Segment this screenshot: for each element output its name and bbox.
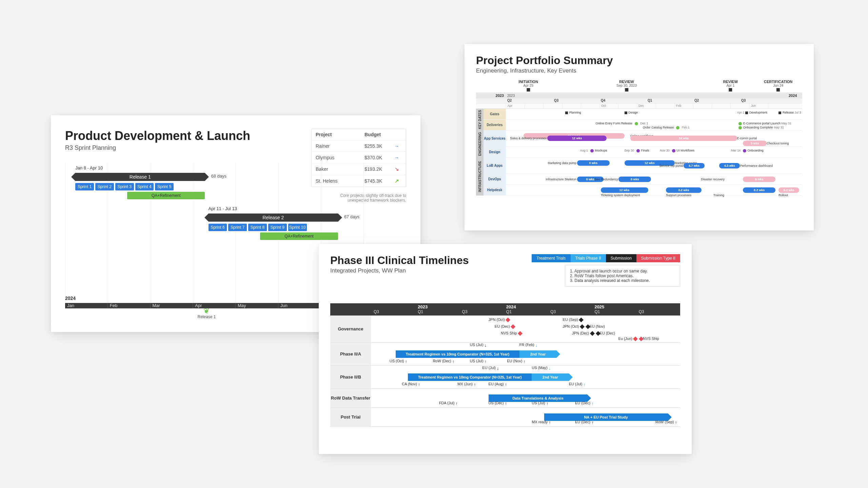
timeline-event: JPN (Oct) EU (Nov) [563,324,605,328]
arrow-icon: ↑ [505,382,507,387]
timeline-event: US (Jul)↓ [470,343,487,348]
trend-icon: → [392,155,402,160]
duration-bar: 5.2 wks [778,187,799,193]
section-tab: KEY DATES [476,109,484,130]
timeline-event: US (Dec)↑ [489,401,507,406]
delivery-item: Mar 14 Onboarding [731,149,764,152]
delivery-item: Aug 1 Mockups [580,149,607,152]
arrow-icon: ↑ [418,382,420,387]
gate-marker: CERTIFICATIONJun 24 [764,80,792,92]
cl-row: RoW Data Transfer Data Translations & An… [330,389,680,408]
sprint-chip: Sprint 9 [268,224,287,231]
bar-note: Disaster recovery [701,178,725,181]
diamond-icon [776,88,780,92]
bar-note: Marketing data pump [548,161,577,165]
timeline-event: Eu (Jun) NVS Ship [618,337,659,341]
arrow-icon: ↑ [485,359,487,364]
sprint-chip: Sprint 1 [75,183,94,190]
arrow-icon: ↑ [549,420,551,425]
pf-row: App Services 27.5 wksOnline workflows12 … [484,130,802,147]
section-tab: ENGINEERING [476,130,484,158]
pf-row: Helpdesk 12 wksTicketing system deployme… [484,185,802,196]
gate-marker: REVIEWApr 1 [723,80,738,92]
pf-row: Deliveries Online Entry Form Release Dec… [484,120,802,130]
timeline-event: EU (Nov)↑ [507,359,526,364]
bar-note: Infrastructure Skeleton [546,178,576,181]
diamond-icon [579,318,584,322]
bar-note: Checkout tuning [767,142,789,145]
diamond-icon [506,318,510,322]
gate-item: Design [625,111,638,114]
timeline-event: EU (Jul)↓ [482,366,499,371]
arrow-icon: ↑ [583,382,586,387]
delivery-item: Nov 30 UI Workflows [660,149,694,152]
bar-note: Rollout [778,194,788,197]
duration-bar: 5 wks [743,141,767,146]
legend-chip: Submission Type II [636,254,680,262]
timeline-event: EU (Dec) [495,324,515,328]
arrow-icon: ↓ [497,366,499,371]
arrow-icon: ↓ [535,343,538,348]
legend-chip: Trials Phase II [571,254,606,262]
trial-bar-yr2: 2nd Year [519,350,556,358]
cl-body: Q32023Q1Q32024Q1Q32025Q1Q3 Governance JP… [330,303,680,444]
arrow-icon: ↑ [505,401,507,406]
pf-row: Gates PlanningDesignApr 1 DevelopmentRel… [484,109,802,120]
diamond-icon [590,331,594,336]
timeline-event: FR (Feb)↓ [519,343,538,348]
cl-legend: Treatment TrialsTrials Phase IISubmissio… [532,254,680,262]
bar-note: Support processes [666,194,691,197]
pf-row: DevOps 6 wksInfrastructure Skeleton8 wks… [484,174,802,185]
sprint-chip: Sprint 2 [95,183,114,190]
diamond-icon [625,88,628,92]
sprint-chip: Sprint 10 [288,224,307,231]
delivery-item: Onboarding Complete May 31 [737,126,784,129]
diamond-icon [511,324,515,329]
duration-bar: 4.7 wks [684,163,704,168]
diamond-icon [729,88,732,92]
bar-note: E-comm portal [737,137,757,140]
delivery-item: Order Catalog Release Feb 1 [643,126,690,129]
cl-quarter-header: Q32023Q1Q32024Q1Q32025Q1Q3 [330,303,680,316]
diamond-icon [639,337,644,341]
timeline-event: JPN (Dec) EU (Dec) [572,331,615,335]
trial-bar-yr2: 2nd Year [532,373,569,381]
pf-subtitle: Engineering, Infrastructure, Key Events [476,67,802,74]
sprint-chip: Sprint 5 [155,183,174,190]
timeline-event: EU (Dec)↑ [575,401,594,406]
legend-chip: Treatment Trials [532,254,570,262]
pd-year: 2024 [65,296,76,301]
timeline-event: RoW (Dec)↑ [433,359,454,364]
duration-bar: 8 wks [618,177,651,182]
timeline-event: CA (Nov)↑ [402,382,420,387]
legend-chip: Submission [606,254,636,262]
delivery-item: Online Entry Form Release Dec 1 [595,122,648,125]
trend-icon: → [392,143,402,149]
duration-bar: 4.3 wks [719,163,740,168]
pf-row: LoB Apps 8 wksMarketing data pump12 wksM… [484,158,802,174]
trial-bar: Treatment Regimen vs 10mg Comparator (N=… [396,350,519,358]
portfolio-card: Project Portfolio Summary Engineering, I… [465,44,814,230]
release-block: Jan 8 - Apr 10 Release 168 days Sprint 1… [75,173,205,199]
pf-section: KEY DATES Gates PlanningDesignApr 1 Deve… [476,109,802,130]
milestone-leaf-icon: ❦Release 1 [197,308,216,319]
duration-bar: 12 wks [601,187,648,193]
diamond-icon [518,331,522,336]
timeline-event: US (Oct)↑ [390,359,407,364]
cl-row: Governance JPN (Oct)EU (Dec)NVS ShipEU (… [330,316,680,343]
arrow-icon: ↓ [485,343,487,348]
gate-item: Release Jul 3 [778,111,801,114]
arrow-icon: ↑ [474,382,476,387]
timeline-event: EU (Aug)↑ [489,382,507,387]
qa-bar: QA+Refinement [127,192,205,199]
bar-note: Training [713,194,724,197]
clinical-card: Phase III Clinical Timelines Integrated … [319,244,692,454]
duration-bar: 8 wks [743,177,775,182]
bar-note: Service rep portal [659,164,683,167]
sprint-chip: Sprint 3 [115,183,134,190]
section-tab: INFRASTRUCTURE [476,158,484,196]
diamond-icon [596,331,600,336]
duration-bar: 12 wks [547,136,607,141]
arrow-icon: ↑ [455,401,458,406]
timeline-event: RoW (Sep)↑ [655,420,677,425]
